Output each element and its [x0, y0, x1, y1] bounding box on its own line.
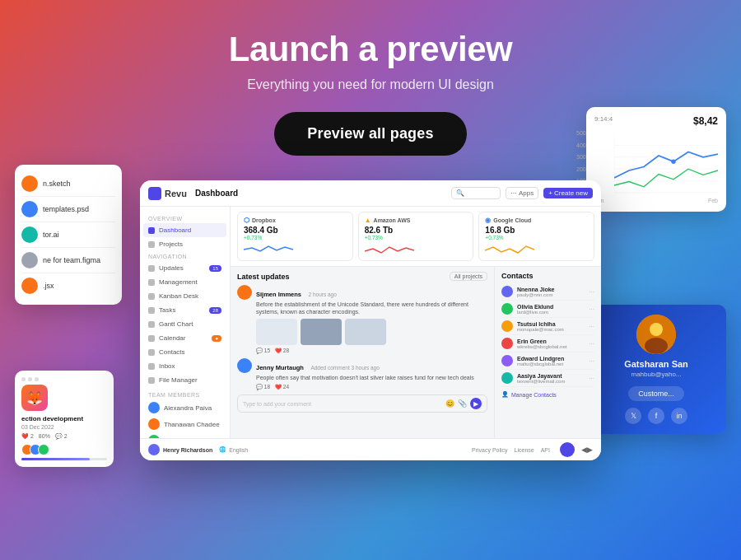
page-title: Launch a preview [229, 30, 512, 69]
projects-icon [148, 241, 155, 248]
stat-aws: ▲ Amazon AWS 82.6 Tb +0.73% [358, 212, 474, 261]
dashboard-footer: Henry Richardson 🌐 English Privacy Polic… [140, 438, 601, 460]
filemanager-icon [148, 377, 155, 384]
sidebar-item-dashboard[interactable]: Dashboard [143, 223, 226, 237]
contact-avatar-1 [501, 286, 513, 297]
attachment-icon[interactable]: 📎 [458, 399, 467, 408]
management-icon [148, 279, 155, 286]
dashboard-topbar: Revu Dashboard 🔍 ⋯ Apps + Create new [140, 180, 601, 207]
aws-chart [365, 243, 468, 256]
page-subtitle: Everything you need for modern UI design [247, 77, 494, 92]
topbar-right: 🔍 ⋯ Apps + Create new [451, 187, 593, 199]
dashboard-main: ⬡ Dropbox 368.4 Gb +0.73% ▲ [231, 207, 601, 438]
stat-gcloud: ◉ Google Cloud 16.8 Gb +0.73% [478, 212, 594, 261]
update-item-1: Sijmen Immens 2 hours ago Before the est… [237, 285, 487, 354]
tasks-badge: 28 [209, 307, 221, 314]
sidebar-item-tasks[interactable]: Tasks 28 [140, 303, 230, 317]
comment-box[interactable]: Type to add your comment 😊 📎 ▶ [237, 394, 487, 413]
stat-dropbox: ⬡ Dropbox 368.4 Gb +0.73% [237, 212, 353, 261]
contacts-icon [148, 349, 155, 356]
contact-avatar-5 [501, 355, 513, 366]
dashboard-title-text: Dashboard [195, 189, 238, 198]
footer-language: 🌐 English [219, 446, 248, 453]
updates-header: Latest updates All projects [237, 272, 487, 281]
contacts-section: Contacts Nnenna Jioke pauly@nnn.com ··· [494, 267, 601, 438]
footer-links: Privacy Policy License API [472, 447, 550, 453]
send-button[interactable]: ▶ [470, 398, 482, 409]
contact-avatar-2 [501, 303, 513, 315]
img-thumb-3 [345, 319, 386, 345]
logo-icon [148, 187, 161, 200]
sidebar-item-updates[interactable]: Updates 15 [140, 261, 230, 275]
nav-label: Navigation [140, 251, 230, 261]
contact-1: Nnenna Jioke pauly@nnn.com ··· [501, 283, 594, 301]
sidebar-item-filemanager[interactable]: File Manager [140, 373, 230, 387]
contact-5: Edward Lindgren maltu@sbcglobal.net ··· [501, 352, 594, 370]
sidebar-item-calendar[interactable]: Calendar ● [140, 331, 230, 345]
updates-icon [148, 265, 155, 272]
gantt-icon [148, 321, 155, 328]
contact-2: Olivia Eklund lard@live.com ··· [501, 301, 594, 318]
team-members-label: Team Members [140, 387, 230, 399]
stats-row: ⬡ Dropbox 368.4 Gb +0.73% ▲ [231, 207, 601, 267]
img-thumb-2 [301, 319, 342, 345]
dashboard-logo: Revu [148, 187, 187, 200]
dashboard-mockup: Revu Dashboard 🔍 ⋯ Apps + Create new Ove… [140, 180, 601, 460]
team-avatar-1 [148, 402, 160, 413]
dashboard-icon [148, 227, 155, 234]
search-input[interactable]: 🔍 [451, 187, 501, 199]
dashboard-lower: Latest updates All projects Sijmen Immen… [231, 267, 601, 438]
dashboard-sidebar: Overview Dashboard Projects Navigation U… [140, 207, 231, 438]
contact-avatar-6 [501, 372, 513, 384]
sidebar-item-inbox[interactable]: Inbox [140, 359, 230, 373]
overview-label: Overview [140, 213, 230, 223]
create-button[interactable]: + Create new [543, 188, 593, 198]
main-content: Launch a preview Everything you need for… [0, 0, 741, 460]
contact-avatar-4 [501, 338, 513, 349]
apps-button[interactable]: ⋯ Apps [506, 187, 538, 199]
sidebar-item-kanban[interactable]: Kanban Desk [140, 289, 230, 303]
kanban-icon [148, 293, 155, 300]
update-item-2: Jenny Murtaugh Added comment 3 hours ago… [237, 358, 487, 390]
manage-contacts-btn[interactable]: 👤 Manage Contacts [501, 391, 594, 398]
footer-user: Henry Richardson [148, 444, 212, 455]
gcloud-chart [485, 243, 588, 256]
inbox-icon [148, 363, 155, 370]
contact-4: Erin Green wkrebs@sbcglobal.net ··· [501, 335, 594, 352]
footer-circle-icon [560, 442, 575, 457]
preview-button[interactable]: Preview all pages [274, 112, 466, 156]
footer-user-avatar [148, 444, 160, 455]
sidebar-item-contacts[interactable]: Contacts [140, 345, 230, 359]
update-reactions-1: 💬 15 ❤️ 28 [256, 348, 487, 354]
calendar-icon [148, 335, 155, 342]
contact-avatar-3 [501, 320, 513, 332]
sidebar-item-projects[interactable]: Projects [140, 237, 230, 251]
update-avatar-1 [237, 285, 252, 300]
image-previews [256, 319, 487, 345]
img-thumb-1 [256, 319, 297, 345]
emoji-icon[interactable]: 😊 [445, 399, 454, 408]
dashboard-body: Overview Dashboard Projects Navigation U… [140, 207, 601, 438]
updates-badge: 15 [209, 265, 221, 272]
team-member-2: Thanawan Chadee [140, 416, 230, 432]
team-member-1: Alexandra Paiva [140, 399, 230, 416]
updates-section: Latest updates All projects Sijmen Immen… [231, 267, 494, 438]
update-reactions-2: 💬 18 ❤️ 24 [256, 384, 487, 390]
update-avatar-2 [237, 358, 252, 373]
sidebar-item-gantt[interactable]: Gantt Chart [140, 317, 230, 331]
team-avatar-2 [148, 418, 160, 430]
sidebar-item-management[interactable]: Management [140, 275, 230, 289]
contact-3: Tsutsui Ichiha monopale@mac.com ··· [501, 318, 594, 335]
team-member-3: Justine Robinson [140, 432, 230, 438]
dropbox-chart [244, 243, 347, 256]
contact-6: Aasiya Jayavant texvent@livemail.com ··· [501, 370, 594, 387]
calendar-badge: ● [212, 335, 221, 342]
tasks-icon [148, 307, 155, 314]
